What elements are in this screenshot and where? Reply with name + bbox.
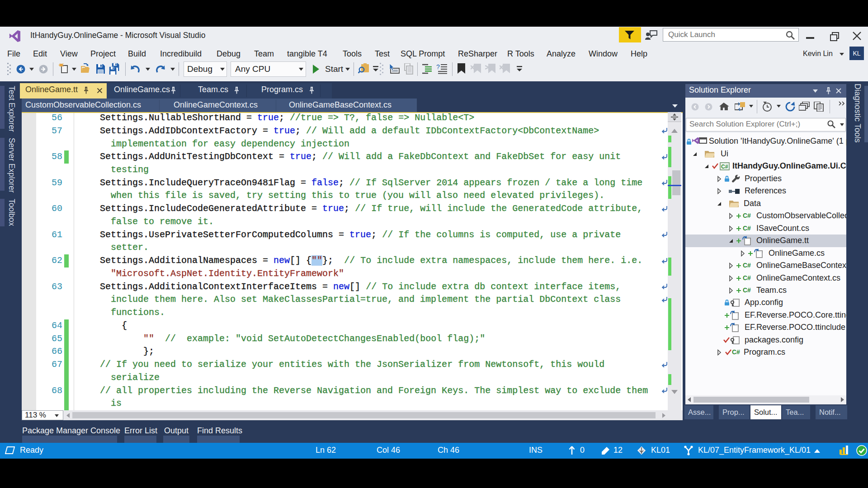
svg-text:?: ?: [436, 64, 440, 70]
svg-text:C#: C#: [721, 164, 728, 170]
